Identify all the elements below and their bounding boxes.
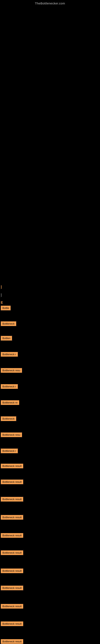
bottleneck-item-18[interactable]: Bottleneck result — [0, 585, 23, 591]
site-title: TheBottlenecker.com — [0, 0, 100, 5]
bottleneck-item-8[interactable]: Bottleneck — [0, 416, 16, 422]
bottleneck-item-6[interactable]: Bottleneck r — [0, 384, 18, 390]
bottleneck-item-3[interactable]: Bottlen — [0, 335, 12, 341]
bottleneck-item-17[interactable]: Bottleneck result — [0, 568, 23, 574]
bottleneck-item-9[interactable]: Bottleneck resu — [0, 432, 22, 438]
bottleneck-item-2[interactable]: Bottleneck — [0, 320, 16, 327]
bottleneck-item-12[interactable]: Bottleneck result — [0, 479, 23, 485]
cursor-indicator-3: E — [1, 301, 3, 304]
bottleneck-item-19[interactable]: Bottleneck result — [0, 603, 23, 610]
bottleneck-item-21[interactable]: Bottleneck result — [0, 638, 23, 644]
bottleneck-item-1[interactable]: Bottle — [0, 305, 11, 311]
bottleneck-item-16[interactable]: Bottleneck result — [0, 550, 23, 556]
bottleneck-item-13[interactable]: Bottleneck result — [0, 496, 23, 502]
cursor-indicator-2: | — [1, 293, 2, 297]
bottleneck-item-15[interactable]: Bottleneck result — [0, 532, 23, 538]
bottleneck-item-5[interactable]: Bottleneck resu — [0, 367, 22, 374]
bottleneck-item-10[interactable]: Bottleneck r — [0, 448, 18, 454]
bottleneck-item-11[interactable]: Bottleneck result — [0, 463, 23, 469]
content-area: | | E Bottle Bottleneck Bottlen Bottlene… — [0, 5, 100, 644]
bottleneck-item-20[interactable]: Bottleneck result — [0, 621, 23, 627]
bottleneck-item-14[interactable]: Bottleneck result — [0, 514, 23, 520]
cursor-indicator-1: | — [1, 285, 2, 289]
bottleneck-item-7[interactable]: Bottleneck re — [0, 400, 19, 406]
bottleneck-item-4[interactable]: Bottleneck r — [0, 351, 18, 358]
